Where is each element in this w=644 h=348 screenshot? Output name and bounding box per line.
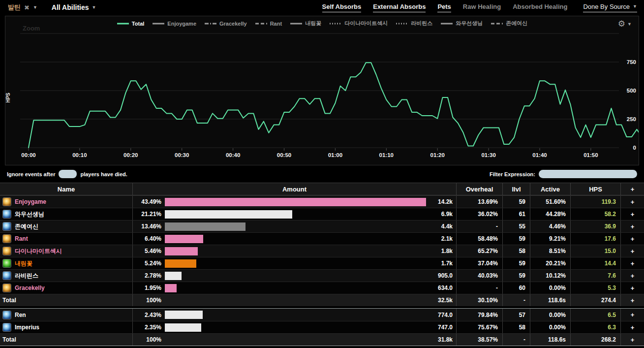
table-row[interactable]: Gracekelly 1.95% 634.0 - 60 0.00% 5.3 + <box>0 282 644 294</box>
column-header-amount[interactable]: Amount <box>133 183 457 195</box>
remove-filter-icon[interactable]: ✖ <box>24 4 30 11</box>
overheal-value: 37.04% <box>457 257 503 269</box>
legend-item[interactable]: 라비린스 <box>396 20 432 27</box>
done-by-source-label: Done By Source <box>583 3 630 10</box>
player-name-link[interactable]: 다이나마이트섹시 <box>15 247 62 255</box>
svg-text:750: 750 <box>627 59 636 65</box>
player-name-link[interactable]: Total <box>2 336 16 343</box>
expand-row-button[interactable]: + <box>621 221 644 232</box>
overheal-value: - <box>457 221 503 232</box>
legend-item[interactable]: 내림꽃 <box>290 20 321 27</box>
tab-absorbed-healing[interactable]: Absorbed Healing <box>513 3 567 12</box>
chart-legend: Total Enjoygame Gracekelly Rant 내림꽃 다이나마… <box>5 20 639 27</box>
chart-settings-button[interactable]: ⚙ ▼ <box>618 19 632 29</box>
player-name-link[interactable]: Enjoygame <box>15 198 46 205</box>
column-header-overheal[interactable]: Overheal <box>457 183 503 195</box>
amount-bar <box>165 198 426 206</box>
table-row[interactable]: 다이나마이트섹시 5.46% 1.8k 65.27% 58 8.51% 15.0… <box>0 245 644 257</box>
expand-row-button[interactable]: + <box>621 270 644 282</box>
ilvl-value: 55 <box>503 221 530 232</box>
chevron-down-icon[interactable]: ▼ <box>33 5 37 10</box>
legend-label: 다이나마이트섹시 <box>344 20 388 27</box>
total-row[interactable]: Total 100% 32.5k 30.10% - 118.6s 274.4 + <box>0 294 644 306</box>
expand-row-button[interactable]: + <box>621 245 644 257</box>
player-name-link[interactable]: Ren <box>15 312 26 318</box>
abilities-dropdown[interactable]: All Abilities ▼ <box>52 3 96 11</box>
legend-label: Enjoygame <box>167 21 196 27</box>
legend-item[interactable]: 와우선생님 <box>440 20 483 27</box>
amount-percent: 13.46% <box>133 223 161 230</box>
table-row[interactable]: 내림꽃 5.24% 1.7k 37.04% 59 20.21% 14.4 + <box>0 257 644 269</box>
hps-value: 14.4 <box>571 257 621 269</box>
table-row[interactable]: 와우선생님 21.21% 6.9k 36.02% 61 44.28% 58.2 … <box>0 208 644 220</box>
table-row[interactable]: Imperius 2.35% 747.0 75.67% 58 0.00% 6.3… <box>0 321 644 333</box>
expand-row-button[interactable]: + <box>621 208 644 220</box>
priest-spec-icon <box>2 271 11 280</box>
tab-raw-healing[interactable]: Raw Healing <box>463 3 501 12</box>
column-header-plus[interactable]: + <box>621 183 644 195</box>
player-name-link[interactable]: Imperius <box>15 324 39 331</box>
player-name-link[interactable]: Total <box>2 297 16 304</box>
column-header-active[interactable]: Active <box>530 183 571 195</box>
legend-item[interactable]: 다이나마이트섹시 <box>329 20 388 27</box>
healing-table: NameAmountOverhealIlvlActiveHPS+ Enjoyga… <box>0 183 644 306</box>
abilities-dropdown-label: All Abilities <box>52 3 89 11</box>
boss-filter-label[interactable]: 발틴 <box>8 3 21 12</box>
column-header-hps[interactable]: HPS <box>571 183 621 195</box>
legend-item[interactable]: 존예여신 <box>491 20 527 27</box>
active-value: 20.21% <box>530 257 571 269</box>
amount-value: 905.0 <box>438 272 453 279</box>
ilvl-value: 57 <box>503 309 530 321</box>
table-row[interactable]: Enjoygame 43.49% 14.2k 13.69% 59 51.60% … <box>0 195 644 208</box>
player-name-link[interactable]: 존예여신 <box>15 222 38 231</box>
player-name-link[interactable]: Rant <box>15 235 28 242</box>
expand-row-button[interactable]: + <box>621 334 644 346</box>
hps-value: 17.6 <box>571 233 621 245</box>
amount-percent: 2.35% <box>133 324 161 331</box>
legend-label: 라비린스 <box>411 20 432 27</box>
legend-line-swatch <box>329 22 342 26</box>
table-row[interactable]: Rant 6.40% 2.1k 58.48% 59 9.21% 17.6 + <box>0 232 644 245</box>
hps-value: 7.6 <box>571 270 621 282</box>
table-row[interactable]: Ren 2.43% 774.0 79.84% 57 0.00% 6.5 + <box>0 309 644 321</box>
overheal-value: - <box>457 282 503 294</box>
tab-external-absorbs[interactable]: External Absorbs <box>373 3 426 12</box>
column-header-name[interactable]: Name <box>0 183 133 195</box>
table-row[interactable]: 존예여신 13.46% 4.4k - 55 4.46% 36.9 + <box>0 220 644 232</box>
player-name-link[interactable]: Gracekelly <box>15 285 45 291</box>
expand-row-button[interactable]: + <box>621 257 644 269</box>
player-name-link[interactable]: 라비린스 <box>15 272 38 280</box>
active-value: 0.00% <box>530 321 571 333</box>
expand-row-button[interactable]: + <box>621 233 644 245</box>
expand-row-button[interactable]: + <box>621 196 644 208</box>
table-header-row: NameAmountOverhealIlvlActiveHPS+ <box>0 183 644 195</box>
pet-total-row[interactable]: Total 100% 31.8k 38.57% - 118.6s 268.2 + <box>0 333 644 346</box>
paladin-spec-icon <box>2 234 11 243</box>
filter-expression-input[interactable] <box>539 170 637 178</box>
ilvl-value: - <box>503 294 530 306</box>
view-tabs: Self AbsorbsExternal AbsorbsPetsRaw Heal… <box>322 3 637 12</box>
player-name-link[interactable]: 내림꽃 <box>15 259 32 268</box>
legend-item[interactable]: Enjoygame <box>152 21 196 27</box>
legend-item[interactable]: Rant <box>255 21 282 27</box>
deaths-count-input[interactable] <box>59 170 77 178</box>
ilvl-value: 58 <box>503 321 530 333</box>
player-name-link[interactable]: 와우선생님 <box>15 210 44 219</box>
svg-text:00:20: 00:20 <box>123 152 138 158</box>
tab-self-absorbs[interactable]: Self Absorbs <box>322 3 362 12</box>
pet-healing-table: Ren 2.43% 774.0 79.84% 57 0.00% 6.5 + Im… <box>0 308 644 346</box>
column-header-ilvl[interactable]: Ilvl <box>503 183 530 195</box>
legend-item[interactable]: Gracekelly <box>204 21 247 27</box>
tab-pets[interactable]: Pets <box>437 3 451 12</box>
legend-item[interactable]: Total <box>117 21 144 27</box>
table-row[interactable]: 라비린스 2.78% 905.0 40.03% 59 10.12% 7.6 + <box>0 269 644 282</box>
expand-row-button[interactable]: + <box>621 282 644 294</box>
expand-row-button[interactable]: + <box>621 321 644 333</box>
done-by-source-dropdown[interactable]: Done By Source ▼ <box>583 3 637 12</box>
hps-line-chart[interactable]: 025050075000:0000:1000:2000:3000:4000:50… <box>5 16 639 165</box>
expand-row-button[interactable]: + <box>621 294 644 306</box>
priest-spec-icon <box>2 210 11 219</box>
amount-percent: 43.49% <box>133 198 161 205</box>
amount-percent: 100% <box>133 336 161 343</box>
expand-row-button[interactable]: + <box>621 309 644 321</box>
